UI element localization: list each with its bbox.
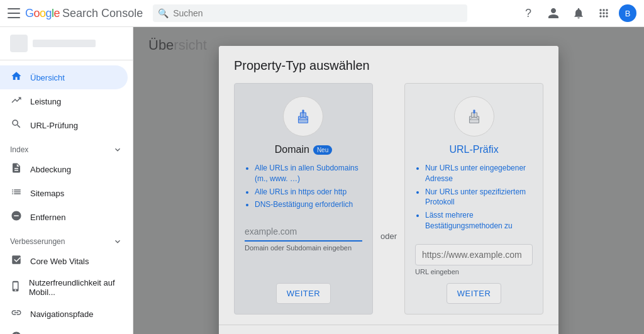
url-prefix-weiter-button[interactable]: WEITER xyxy=(447,283,502,304)
domain-weiter-button[interactable]: WEITER xyxy=(276,283,331,304)
domain-bullets: Alle URLs in allen Subdomains (m., www. … xyxy=(245,163,362,213)
url-bullet-1: Nur URLs unter eingegebener Adresse xyxy=(425,163,533,184)
or-separator: oder xyxy=(380,83,397,315)
sidebar-item-sitemaps[interactable]: Sitemaps xyxy=(0,181,128,205)
sidebar-label-mobile: Nutzerfreundlichkeit auf Mobil... xyxy=(29,278,118,297)
sidebar-item-entfernen[interactable]: Entfernen xyxy=(0,205,128,229)
search-bar-container: 🔍 xyxy=(153,4,467,22)
reviews-icon xyxy=(10,331,23,334)
url-prefix-input-hint: URL eingeben xyxy=(415,268,533,276)
remove-icon xyxy=(10,210,23,224)
topbar: Google Search Console 🔍 ? B xyxy=(0,0,644,27)
modal-title: Property-Typ auswählen xyxy=(234,58,543,73)
domain-bullet-1: Alle URLs in allen Subdomains (m., www. … xyxy=(255,163,362,184)
apps-icon[interactable] xyxy=(594,3,614,23)
sidebar-item-url-prufung[interactable]: URL-Prüfung xyxy=(0,113,128,137)
notifications-icon[interactable] xyxy=(569,3,589,23)
console-text: Search Console xyxy=(62,7,143,20)
domain-input-hint: Domain oder Subdomain eingeben xyxy=(245,244,362,252)
sidebar-label-url-prufung: URL-Prüfung xyxy=(30,121,78,130)
search-icon-sidebar xyxy=(10,118,23,132)
svg-rect-2 xyxy=(303,110,304,114)
sidebar-label-nav: Navigationspfade xyxy=(30,309,93,319)
modal-title-bar: Property-Typ auswählen xyxy=(219,46,558,83)
nav-paths-icon xyxy=(10,307,23,321)
section-header-verbesserungen: Verbesserungen xyxy=(0,229,133,249)
sidebar-label-sitemaps: Sitemaps xyxy=(30,189,64,198)
url-prefix-bullets: Nur URLs unter eingegebener Adresse Nur … xyxy=(415,163,533,234)
hamburger-menu-icon[interactable] xyxy=(8,7,20,19)
url-bullet-3: Lässt mehrere Bestätigungsmethoden zu xyxy=(425,210,533,231)
domain-bullet-3: DNS-Bestätigung erforderlich xyxy=(255,199,362,210)
modal-body: Domain Neu Alle URLs in allen Subdomains… xyxy=(219,83,558,325)
sidebar-label-leistung: Leistung xyxy=(30,97,61,106)
sidebar-item-leistung[interactable]: Leistung xyxy=(0,89,128,113)
url-bullet-2: Nur URLs unter spezifiziertem Protokoll xyxy=(425,187,533,208)
url-prefix-input[interactable] xyxy=(415,244,533,265)
topbar-left: Google Search Console xyxy=(8,7,143,20)
main-content-area: Übersicht Property-Typ auswählen xyxy=(133,27,644,334)
search-input[interactable] xyxy=(153,4,467,22)
sidebar-item-abdeckung[interactable]: Abdeckung xyxy=(0,157,128,181)
sidebar-label-abdeckung: Abdeckung xyxy=(30,165,71,174)
user-avatar[interactable]: B xyxy=(619,4,636,22)
domain-input[interactable] xyxy=(245,223,362,242)
brand-logo: Google Search Console xyxy=(25,7,143,20)
url-prefix-option-card[interactable]: URL-Präfix Nur URLs unter eingegebener A… xyxy=(404,83,543,315)
more-info-button[interactable]: WEITERE INFORMATIONEN xyxy=(339,330,468,334)
modal-overlay: Property-Typ auswählen xyxy=(133,27,644,334)
new-badge: Neu xyxy=(313,145,332,155)
search-icon: 🔍 xyxy=(158,8,169,18)
main-layout: Übersicht Leistung URL-Prüfung Index xyxy=(0,27,644,334)
property-selector[interactable] xyxy=(0,27,133,60)
trending-up-icon xyxy=(10,94,23,108)
domain-title: Domain Neu xyxy=(275,144,333,155)
sidebar-label-ubersicht: Übersicht xyxy=(30,73,65,82)
mobile-icon xyxy=(10,281,21,294)
property-name xyxy=(33,40,96,47)
help-icon-button[interactable]: ? xyxy=(518,3,538,23)
sidebar-nav: Übersicht Leistung URL-Prüfung Index xyxy=(0,60,133,334)
sidebar-label-entfernen: Entfernen xyxy=(30,213,65,222)
sidebar: Übersicht Leistung URL-Prüfung Index xyxy=(0,27,133,334)
account-circle-icon[interactable] xyxy=(543,3,564,23)
property-type-modal: Property-Typ auswählen xyxy=(219,46,558,334)
sidebar-item-mobile[interactable]: Nutzerfreundlichkeit auf Mobil... xyxy=(0,273,128,302)
coverage-icon xyxy=(10,162,23,176)
domain-option-card[interactable]: Domain Neu Alle URLs in allen Subdomains… xyxy=(234,83,373,315)
home-icon xyxy=(10,70,23,84)
web-vitals-icon xyxy=(10,254,23,268)
domain-bullet-2: Alle URLs in https oder http xyxy=(255,187,362,198)
topbar-right: ? B xyxy=(518,3,636,23)
sidebar-item-navigationspfade[interactable]: Navigationspfade xyxy=(0,302,128,326)
section-header-index: Index xyxy=(0,137,133,157)
sidebar-item-ubersicht[interactable]: Übersicht xyxy=(0,65,128,89)
modal-footer: WEITERE INFORMATIONEN ABBRECHEN xyxy=(219,325,558,334)
url-prefix-title: URL-Präfix xyxy=(449,144,498,155)
url-prefix-icon-circle xyxy=(454,96,494,136)
sidebar-item-core-web-vitals[interactable]: Core Web Vitals xyxy=(0,249,128,273)
svg-rect-9 xyxy=(473,110,475,114)
google-wordmark: Google xyxy=(25,7,60,20)
sidebar-item-rezensions[interactable]: Rezensions-Snippets xyxy=(0,326,128,334)
sidebar-label-cwv: Core Web Vitals xyxy=(30,257,89,266)
domain-icon-circle xyxy=(283,96,323,136)
property-avatar xyxy=(10,35,28,52)
cancel-button[interactable]: ABBRECHEN xyxy=(473,330,543,334)
sitemaps-icon xyxy=(10,186,23,200)
